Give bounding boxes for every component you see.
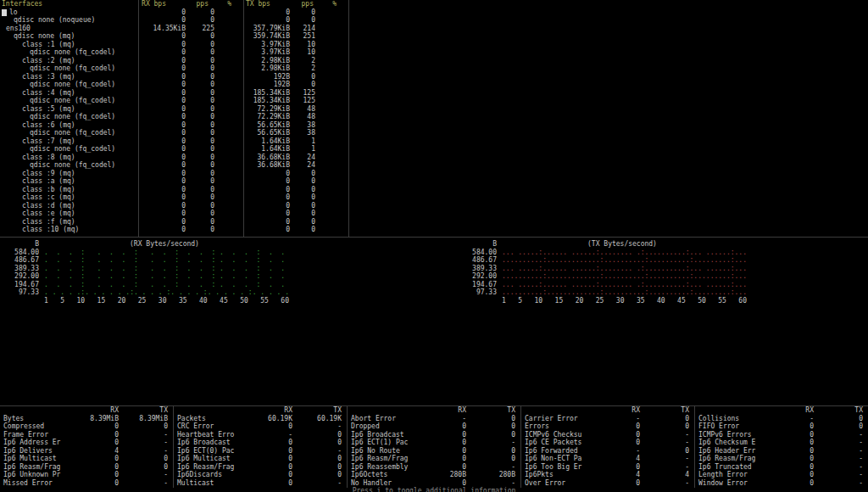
interface-name: class :4 (mq): [0, 89, 138, 98]
stat-label: Bytes: [0, 415, 81, 423]
rx-bps-value: 0: [138, 137, 188, 146]
graph-rx-rows: 584.00. . . : . . . : . . : . . : . . . …: [7, 249, 290, 297]
stat-rx-value: 0: [255, 439, 298, 447]
stat-tx-value: -: [819, 439, 868, 447]
rx-percent-value: [217, 137, 243, 146]
stat-row: Ip6 Forwarded-0: [521, 447, 694, 456]
interface-row[interactable]: qdisc none (noqueue)0000: [0, 16, 868, 25]
rx-graph-data-row: . . . : . . . : . . : . . : . . . : . .: [39, 249, 289, 257]
tx-pps-value: 0: [292, 170, 318, 178]
tx-graph-data-row: ... .....:...... ......:........ .:.....…: [497, 265, 747, 273]
interface-name: class :10 (mq): [0, 226, 138, 234]
rx-graph-data-row: . . . : . . . : . . : . . : . . . : . .: [39, 281, 289, 289]
stats-tx-header: TX: [819, 406, 868, 415]
stat-rx-value: 0: [429, 479, 471, 488]
interface-row[interactable]: class :1 (mq)003.97KiB10: [0, 41, 868, 49]
stat-label: No Handler: [348, 479, 429, 488]
stat-row: Ip6Pkts44: [521, 471, 694, 479]
tx-bps-value: 0: [243, 193, 292, 202]
rx-pps-value: 0: [188, 73, 217, 81]
rx-bps-value: 0: [138, 16, 188, 25]
tx-percent-value: [318, 202, 348, 210]
stat-rx-value: 0: [603, 463, 645, 472]
stat-label: Ip6 Address Er: [0, 439, 81, 447]
interface-row[interactable]: class :e (mq)0000: [0, 210, 868, 218]
section-separator: [0, 237, 868, 238]
tx-percent-value: [318, 89, 348, 98]
stat-label: Ip6 Delivers: [0, 447, 81, 456]
interface-name: qdisc none (fq_codel): [0, 97, 138, 105]
stats-header-spacer: [521, 406, 603, 415]
stats-tx-header: TX: [645, 406, 694, 415]
interface-row[interactable]: qdisc none (fq_codel)0072.29KiB48: [0, 113, 868, 121]
stat-row: Length Error0-: [695, 471, 868, 479]
rx-graph-row: 292.00. . . : . . . : . . : . . : . . . …: [7, 272, 290, 281]
rx-graph-data-row: . . . . .:. . . . . .:. . . . :. . . . :…: [39, 288, 289, 297]
interface-row[interactable]: class :c (mq)0000: [0, 193, 868, 202]
interface-row[interactable]: class :6 (mq)0056.65KiB38: [0, 121, 868, 130]
interface-name: ens160: [0, 25, 138, 33]
stat-row: Ip6 Reasm/Frag00: [0, 463, 173, 472]
stat-tx-value: -: [645, 463, 694, 472]
interface-row[interactable]: qdisc none (fq_codel)00185.34KiB125: [0, 97, 868, 105]
interface-row[interactable]: class :a (mq)0000: [0, 177, 868, 186]
interface-row[interactable]: class :10 (mq)0000: [0, 226, 868, 234]
stat-rx-value: 0: [776, 471, 819, 479]
tx-pps-value: 125: [292, 97, 318, 105]
interface-name: class :c (mq): [0, 193, 138, 202]
interface-row[interactable]: qdisc none (fq_codel)00192B0: [0, 81, 868, 89]
stat-tx-value: -: [819, 479, 868, 488]
tx-bps-value: 359.74KiB: [243, 32, 292, 41]
interface-row[interactable]: ens16014.35KiB225357.79KiB214: [0, 25, 868, 33]
selection-cursor: [2, 9, 7, 16]
stat-rx-value: 0: [81, 422, 124, 431]
interface-row[interactable]: class :7 (mq)001.64KiB1: [0, 137, 868, 146]
rx-graph-title-row: B (RX Bytes/second): [7, 240, 290, 249]
tx-pps-value: 38: [292, 129, 318, 137]
tx-percent-value: [318, 32, 348, 41]
interface-row[interactable]: qdisc none (fq_codel)0056.65KiB38: [0, 129, 868, 137]
interface-row[interactable]: class :f (mq)0000: [0, 218, 868, 226]
stat-rx-value: -: [603, 415, 645, 423]
interface-name: class :9 (mq): [0, 170, 138, 178]
tx-graph-title: (TX Bytes/second): [497, 240, 748, 249]
tx-pps-value: 2: [292, 57, 318, 65]
stat-label: Ip6Pkts: [521, 471, 603, 479]
interface-row[interactable]: qdisc none (fq_codel)003.97KiB10: [0, 48, 868, 57]
stat-row: FIFO Error00: [695, 422, 868, 431]
interface-row[interactable]: class :2 (mq)002.98KiB2: [0, 57, 868, 65]
tx-percent-value: [318, 170, 348, 178]
interface-row[interactable]: class :d (mq)0000: [0, 202, 868, 210]
interface-row[interactable]: qdisc none (mq)00359.74KiB251: [0, 32, 868, 41]
stat-label: Ip6 Reasm/Frag: [174, 463, 255, 472]
interface-row[interactable]: qdisc none (fq_codel)001.64KiB1: [0, 145, 868, 154]
interface-row[interactable]: qdisc none (fq_codel)0036.68KiB24: [0, 161, 868, 170]
rx-percent-value: [217, 129, 243, 137]
tx-percent-value: [318, 97, 348, 105]
tx-bps-value: 0: [243, 210, 292, 218]
rx-percent-value: [217, 57, 243, 65]
tx-graph-row: 292.00..........:.............:.........…: [465, 272, 748, 281]
interface-row[interactable]: class :8 (mq)0036.68KiB24: [0, 154, 868, 162]
tx-percent-value: [318, 145, 348, 154]
tx-percent-value: [318, 154, 348, 162]
interface-row[interactable]: class :5 (mq)0072.29KiB48: [0, 105, 868, 114]
rx-pps-value: 0: [188, 170, 217, 178]
stat-rx-value: 0: [81, 471, 124, 479]
stat-rx-value: 0: [255, 447, 298, 456]
interface-row[interactable]: lo0000: [0, 8, 868, 17]
interface-row[interactable]: class :9 (mq)0000: [0, 170, 868, 178]
rx-bps-value: 0: [138, 81, 188, 89]
stat-row: Ip6 Too Big Er0-: [521, 463, 694, 472]
interface-row[interactable]: class :b (mq)0000: [0, 186, 868, 194]
tx-pps-value: 1: [292, 137, 318, 146]
stat-row: Compressed00: [0, 422, 173, 431]
status-hint: Press i to toggle additional information: [0, 487, 868, 492]
stat-tx-value: 0: [471, 447, 520, 456]
rx-bps-value: 0: [138, 41, 188, 49]
interface-row[interactable]: qdisc none (fq_codel)002.98KiB2: [0, 64, 868, 73]
interface-row[interactable]: class :4 (mq)00185.34KiB125: [0, 89, 868, 98]
interface-row[interactable]: class :3 (mq)00192B0: [0, 73, 868, 81]
stat-tx-value: -: [471, 439, 520, 447]
tx-pps-value: 0: [292, 186, 318, 194]
